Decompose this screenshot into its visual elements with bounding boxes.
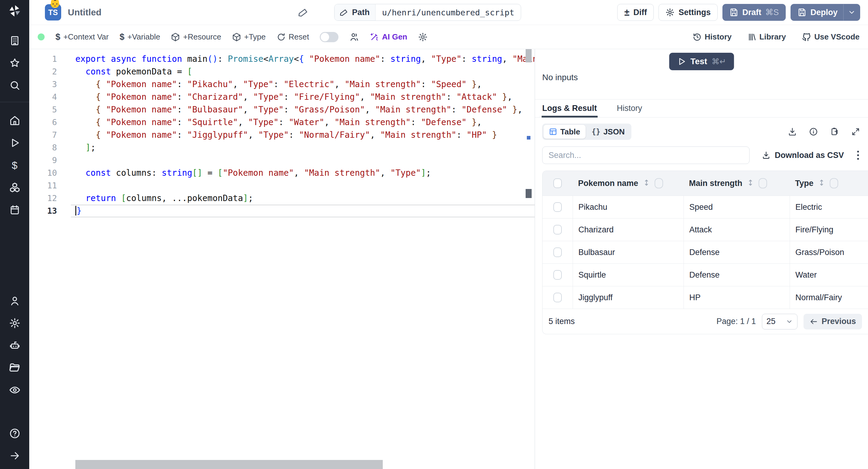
variables-icon[interactable]: $: [8, 159, 22, 172]
download-csv-button[interactable]: Download as CSV: [762, 151, 844, 160]
code-line[interactable]: { "Pokemon name": "Jigglypuff", "Type": …: [29, 129, 535, 142]
draft-shortcut: ⌘S: [765, 7, 779, 17]
deploy-button[interactable]: Deploy: [790, 4, 860, 21]
library-button[interactable]: Library: [747, 32, 786, 41]
path-field[interactable]: Path u/henri/unencumbered_script: [334, 4, 521, 21]
deploy-dropdown[interactable]: [843, 4, 856, 21]
draft-button[interactable]: Draft ⌘S: [722, 4, 786, 21]
add-variable-label: +Variable: [127, 32, 160, 41]
code-line[interactable]: export async function main(): Promise<Ar…: [29, 53, 535, 65]
sidebar-divider: [0, 102, 29, 102]
code-line[interactable]: [29, 179, 535, 192]
diff-button[interactable]: ± Diff: [617, 4, 654, 21]
add-type-button[interactable]: +Type: [232, 32, 266, 41]
select-all-checkbox[interactable]: [553, 179, 562, 188]
column-toggle[interactable]: [655, 178, 663, 188]
history-button[interactable]: History: [692, 32, 732, 41]
table-row[interactable]: CharizardAttackFire/Flying: [542, 218, 868, 241]
add-resource-button[interactable]: +Resource: [171, 32, 221, 41]
test-button-label: Test: [690, 57, 707, 66]
column-toggle[interactable]: [758, 178, 767, 188]
copy-clipboard-icon[interactable]: [830, 127, 839, 136]
resources-boxes-icon[interactable]: [8, 181, 22, 194]
add-resource-label: +Resource: [183, 32, 221, 41]
row-checkbox[interactable]: [553, 225, 562, 234]
plus-minus-icon: ±: [624, 8, 629, 17]
test-area: Test ⌘↵ No inputs: [535, 49, 868, 99]
editor-settings-button[interactable]: [418, 32, 428, 42]
code-line[interactable]: ];: [29, 142, 535, 154]
search-icon[interactable]: [8, 79, 22, 92]
table-row[interactable]: SquirtleDefenseWater: [542, 263, 868, 286]
info-icon[interactable]: [809, 127, 818, 136]
view-toggle-json[interactable]: {} JSON: [586, 125, 630, 139]
code-line[interactable]: { "Pokemon name": "Pikachu", "Type": "El…: [29, 78, 535, 91]
ai-gen-button[interactable]: AI Gen: [370, 32, 407, 41]
code-editor[interactable]: 12345678910111213 export async function …: [29, 49, 535, 469]
code-line[interactable]: }: [71, 205, 535, 217]
settings-button[interactable]: Settings: [658, 4, 718, 21]
column-toggle[interactable]: [830, 178, 838, 188]
sort-icon[interactable]: [747, 179, 754, 188]
tab-logs-result[interactable]: Logs & Result: [542, 99, 597, 117]
collaborators-button[interactable]: [349, 32, 359, 42]
sort-icon[interactable]: [818, 179, 826, 188]
favorites-star-icon[interactable]: [8, 56, 22, 70]
edit-summary-pencil-icon[interactable]: [299, 7, 309, 19]
table-row[interactable]: JigglypuffHPNormal/Fairy: [542, 286, 868, 309]
windmill-logo-icon[interactable]: [8, 4, 22, 19]
code-line[interactable]: const columns: string[] = ["Pokemon name…: [29, 167, 535, 179]
column-header: Main strength: [684, 171, 789, 196]
home-icon[interactable]: [8, 114, 22, 127]
download-icon[interactable]: [788, 127, 797, 136]
code-line[interactable]: return [columns, ...pokemonData];: [29, 192, 535, 205]
code-line[interactable]: const pokemonData = [: [29, 65, 535, 78]
sort-icon[interactable]: [643, 179, 650, 188]
folders-icon[interactable]: [8, 361, 22, 374]
use-vscode-button[interactable]: Use VScode: [802, 32, 860, 42]
page-size-select[interactable]: 25: [762, 314, 798, 330]
table-cell: Grass/Poison: [789, 241, 868, 263]
page-title: Untitled: [68, 7, 101, 18]
editor-horizontal-scrollbar[interactable]: [75, 460, 383, 469]
workers-robot-icon[interactable]: [8, 339, 22, 352]
row-checkbox[interactable]: [553, 247, 562, 257]
tab-history[interactable]: History: [617, 99, 642, 117]
add-type-label: +Type: [244, 32, 266, 41]
row-checkbox[interactable]: [553, 270, 562, 280]
table-cell: Speed: [684, 196, 789, 218]
path-value[interactable]: u/henri/unencumbered_script: [375, 4, 521, 21]
scrollbar-thumb[interactable]: [526, 49, 532, 62]
reset-button[interactable]: Reset: [277, 32, 309, 41]
collapse-arrow-icon[interactable]: [8, 449, 22, 462]
workspace-icon[interactable]: [8, 34, 22, 47]
help-icon[interactable]: [8, 427, 22, 440]
add-variable-button[interactable]: $ +Variable: [120, 32, 160, 42]
user-icon[interactable]: [8, 294, 22, 307]
row-checkbox[interactable]: [553, 202, 562, 212]
search-input[interactable]: [542, 147, 749, 164]
table-cell: Jigglypuff: [572, 286, 684, 309]
collaboration-toggle[interactable]: [320, 32, 338, 42]
code-line[interactable]: [29, 154, 535, 167]
test-button[interactable]: Test ⌘↵: [669, 53, 734, 70]
settings-gear-icon[interactable]: [8, 316, 22, 330]
text-cursor: [75, 206, 76, 216]
view-toggle-table[interactable]: Table: [544, 125, 586, 139]
code-line[interactable]: { "Pokemon name": "Charizard", "Type": "…: [29, 91, 535, 103]
expand-icon[interactable]: [851, 127, 860, 136]
dollar-icon: $: [56, 32, 60, 42]
row-checkbox[interactable]: [553, 293, 562, 302]
table-options-kebab-icon[interactable]: [856, 150, 860, 161]
editor-vertical-scrollbar[interactable]: [526, 49, 532, 469]
code-line[interactable]: { "Pokemon name": "Bulbasaur", "Type": "…: [29, 103, 535, 116]
code-line[interactable]: { "Pokemon name": "Squirtle", "Type": "W…: [29, 116, 535, 129]
runs-play-icon[interactable]: [8, 136, 22, 150]
audit-eye-icon[interactable]: [8, 383, 22, 397]
table-row[interactable]: PikachuSpeedElectric: [542, 196, 868, 218]
use-vscode-label: Use VScode: [814, 32, 860, 41]
previous-page-button[interactable]: Previous: [804, 314, 862, 330]
schedules-calendar-icon[interactable]: [8, 203, 22, 216]
table-row[interactable]: BulbasaurDefenseGrass/Poison: [542, 241, 868, 263]
add-context-var-button[interactable]: $ +Context Var: [56, 32, 109, 42]
